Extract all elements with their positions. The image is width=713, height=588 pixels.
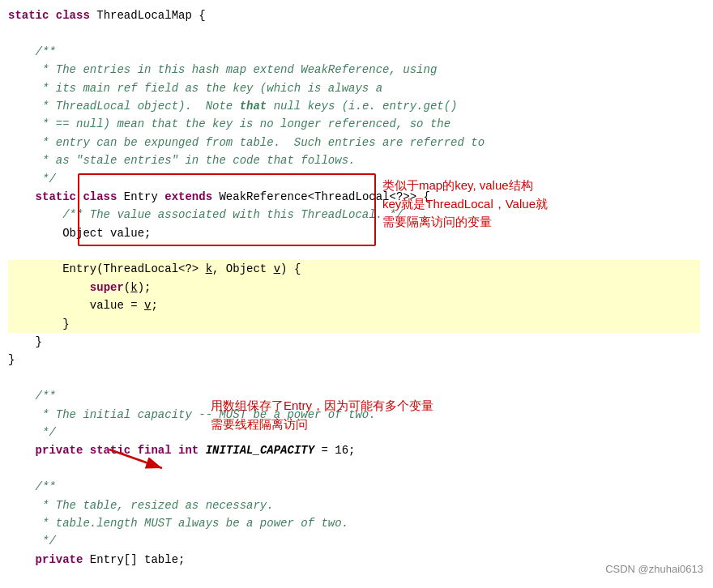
code-line-12: /** The value associated with this Threa… [8, 206, 700, 224]
code-container: static class ThreadLocalMap { /** * The … [0, 0, 713, 585]
code-line-14 [8, 242, 700, 260]
code-line-26 [8, 460, 700, 478]
code-line-15: Entry(ThreadLocal<?> k, Object v) { [8, 260, 700, 278]
code-line-8: * entry can be expunged from table. Such… [8, 134, 700, 151]
code-line-4: * The entries in this hash map extend We… [8, 61, 700, 79]
code-line-29: * table.length MUST always be a power of… [8, 514, 700, 532]
code-line-30: */ [8, 532, 700, 550]
code-line-2 [8, 24, 700, 42]
callout-array-entry: 用数组保存了Entry，因为可能有多个变量 需要线程隔离访问 [211, 397, 433, 433]
code-line-28: * The table, resized as necessary. [8, 496, 700, 514]
code-line-5: * its main ref field as the key (which i… [8, 79, 700, 97]
code-line-20: } [8, 351, 700, 369]
code-line-31: private Entry[] table; [8, 551, 700, 569]
code-line-18: } [8, 315, 700, 333]
code-line-21 [8, 369, 700, 387]
callout-map-structure: 类似于map的key, value结构 key就是ThreadLocal，Val… [382, 177, 548, 232]
code-line-16: super(k); [8, 279, 700, 296]
code-line-1: static class ThreadLocalMap { [8, 6, 700, 24]
code-line-10: */ [8, 170, 700, 188]
code-line-13: Object value; [8, 224, 700, 242]
code-line-17: value = v; [8, 296, 700, 314]
watermark: CSDN @zhuhai0613 [605, 561, 703, 578]
code-line-27: /** [8, 478, 700, 496]
code-line-6: * ThreadLocal object). Note that null ke… [8, 97, 700, 115]
code-line-9: * as "stale entries" in the code that fo… [8, 151, 700, 169]
code-line-11: static class Entry extends WeakReference… [8, 188, 700, 206]
code-line-7: * == null) mean that the key is no longe… [8, 115, 700, 133]
code-line-25: private static final int INITIAL_CAPACIT… [8, 441, 700, 459]
code-line-3: /** [8, 43, 700, 61]
code-line-19: } [8, 333, 700, 351]
